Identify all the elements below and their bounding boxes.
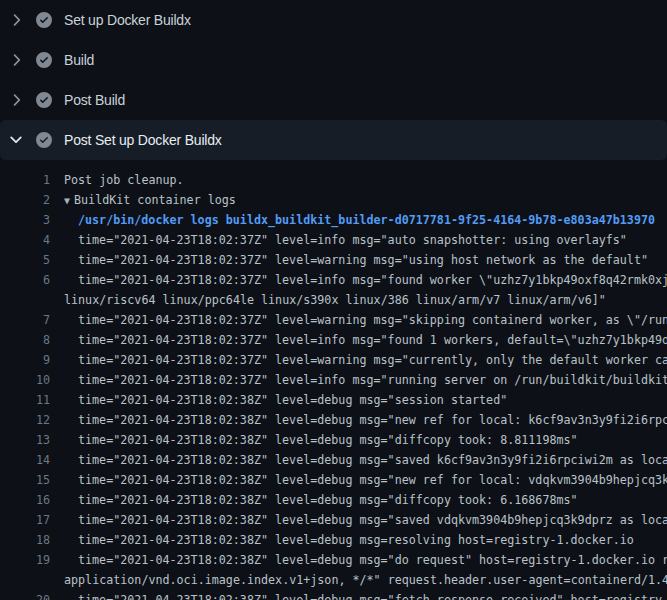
log-line-number[interactable]: 17	[0, 510, 50, 530]
step-row[interactable]: Set up Docker Buildx	[0, 0, 667, 40]
step-label: Post Build	[64, 92, 125, 108]
log-line-text: time="2021-04-23T18:02:38Z" level=debug …	[78, 590, 667, 600]
log-line-text: time="2021-04-23T18:02:38Z" level=debug …	[78, 490, 578, 510]
log-line-number[interactable]: 19	[0, 550, 50, 570]
log-line-text: time="2021-04-23T18:02:37Z" level=warnin…	[78, 350, 667, 370]
log-line-text: time="2021-04-23T18:02:38Z" level=debug …	[78, 410, 667, 430]
step-label: Build	[64, 52, 94, 68]
log-line: 20time="2021-04-23T18:02:38Z" level=debu…	[0, 590, 667, 600]
log-line: 17time="2021-04-23T18:02:38Z" level=debu…	[0, 510, 667, 530]
log-line-text: application/vnd.oci.image.index.v1+json,…	[64, 570, 667, 590]
log-line-text: time="2021-04-23T18:02:38Z" level=debug …	[78, 510, 667, 530]
log-line: 2▼BuildKit container logs	[0, 190, 667, 210]
log-line-text: time="2021-04-23T18:02:38Z" level=debug …	[78, 470, 667, 490]
log-group-label[interactable]: ▼BuildKit container logs	[64, 190, 236, 210]
log-line-number[interactable]: 9	[0, 350, 50, 370]
log-line: 14time="2021-04-23T18:02:38Z" level=debu…	[0, 450, 667, 470]
check-circle-icon	[36, 92, 52, 108]
log-line-number[interactable]: 1	[0, 170, 50, 190]
log-line-number	[0, 570, 50, 590]
log-line-text: time="2021-04-23T18:02:38Z" level=debug …	[78, 390, 507, 410]
log-line-number	[0, 290, 50, 310]
log-line-number[interactable]: 15	[0, 470, 50, 490]
log-line: 12time="2021-04-23T18:02:38Z" level=debu…	[0, 410, 667, 430]
chevron-right-icon[interactable]	[7, 91, 25, 109]
log-line-text: time="2021-04-23T18:02:38Z" level=debug …	[78, 430, 578, 450]
log-line-number[interactable]: 13	[0, 430, 50, 450]
log-line-number[interactable]: 18	[0, 530, 50, 550]
log-line-number[interactable]: 3	[0, 210, 50, 230]
chevron-down-icon[interactable]	[7, 131, 25, 149]
workflow-log-panel: Set up Docker BuildxBuildPost BuildPost …	[0, 0, 667, 600]
check-circle-icon	[36, 12, 52, 28]
log-line-number[interactable]: 16	[0, 490, 50, 510]
log-line: 11time="2021-04-23T18:02:38Z" level=debu…	[0, 390, 667, 410]
log-line-number[interactable]: 12	[0, 410, 50, 430]
log-line-text: time="2021-04-23T18:02:37Z" level=warnin…	[78, 310, 667, 330]
log-line: 1Post job cleanup.	[0, 170, 667, 190]
log-line-text: time="2021-04-23T18:02:38Z" level=debug …	[78, 530, 634, 550]
check-circle-icon	[36, 132, 52, 148]
log-line: 16time="2021-04-23T18:02:38Z" level=debu…	[0, 490, 667, 510]
log-line-number[interactable]: 8	[0, 330, 50, 350]
log-line: linux/riscv64 linux/ppc64le linux/s390x …	[0, 290, 667, 310]
log-line: 10time="2021-04-23T18:02:37Z" level=info…	[0, 370, 667, 390]
log-line-number[interactable]: 5	[0, 250, 50, 270]
log-line: 7time="2021-04-23T18:02:37Z" level=warni…	[0, 310, 667, 330]
log-line: application/vnd.oci.image.index.v1+json,…	[0, 570, 667, 590]
step-row[interactable]: Build	[0, 40, 667, 80]
triangle-down-icon[interactable]: ▼	[64, 195, 70, 206]
steps-list: Set up Docker BuildxBuildPost BuildPost …	[0, 0, 667, 160]
log-line: 15time="2021-04-23T18:02:38Z" level=debu…	[0, 470, 667, 490]
log-line-number[interactable]: 20	[0, 590, 50, 600]
step-row[interactable]: Post Build	[0, 80, 667, 120]
log-line-number[interactable]: 11	[0, 390, 50, 410]
log-area: 1Post job cleanup.2▼BuildKit container l…	[0, 160, 667, 600]
log-line: 3/usr/bin/docker logs buildx_buildkit_bu…	[0, 210, 667, 230]
log-command-text: /usr/bin/docker logs buildx_buildkit_bui…	[78, 210, 655, 230]
log-line-text: time="2021-04-23T18:02:37Z" level=info m…	[78, 370, 667, 390]
log-line-number[interactable]: 7	[0, 310, 50, 330]
log-line-text: Post job cleanup.	[64, 170, 184, 190]
log-line: 13time="2021-04-23T18:02:38Z" level=debu…	[0, 430, 667, 450]
log-line-text: time="2021-04-23T18:02:37Z" level=warnin…	[78, 250, 648, 270]
log-line-number[interactable]: 6	[0, 270, 50, 290]
chevron-right-icon[interactable]	[7, 51, 25, 69]
log-line-text: time="2021-04-23T18:02:37Z" level=info m…	[78, 330, 667, 350]
log-line: 6time="2021-04-23T18:02:37Z" level=info …	[0, 270, 667, 290]
log-line-number[interactable]: 2	[0, 190, 50, 210]
log-line: 4time="2021-04-23T18:02:37Z" level=info …	[0, 230, 667, 250]
log-line: 18time="2021-04-23T18:02:38Z" level=debu…	[0, 530, 667, 550]
log-line: 8time="2021-04-23T18:02:37Z" level=info …	[0, 330, 667, 350]
log-line-number[interactable]: 4	[0, 230, 50, 250]
step-label: Set up Docker Buildx	[64, 12, 191, 28]
step-row[interactable]: Post Set up Docker Buildx	[0, 120, 667, 160]
log-line-number[interactable]: 14	[0, 450, 50, 470]
log-line: 9time="2021-04-23T18:02:37Z" level=warni…	[0, 350, 667, 370]
log-line: 19time="2021-04-23T18:02:38Z" level=debu…	[0, 550, 667, 570]
log-line-text: time="2021-04-23T18:02:37Z" level=info m…	[78, 230, 627, 250]
step-label: Post Set up Docker Buildx	[64, 132, 222, 148]
chevron-right-icon[interactable]	[7, 11, 25, 29]
log-line: 5time="2021-04-23T18:02:37Z" level=warni…	[0, 250, 667, 270]
log-line-text: time="2021-04-23T18:02:38Z" level=debug …	[78, 450, 667, 470]
log-line-text: linux/riscv64 linux/ppc64le linux/s390x …	[64, 290, 606, 310]
log-line-text: time="2021-04-23T18:02:38Z" level=debug …	[78, 550, 667, 570]
check-circle-icon	[36, 52, 52, 68]
log-line-number[interactable]: 10	[0, 370, 50, 390]
log-line-text: time="2021-04-23T18:02:37Z" level=info m…	[78, 270, 667, 290]
